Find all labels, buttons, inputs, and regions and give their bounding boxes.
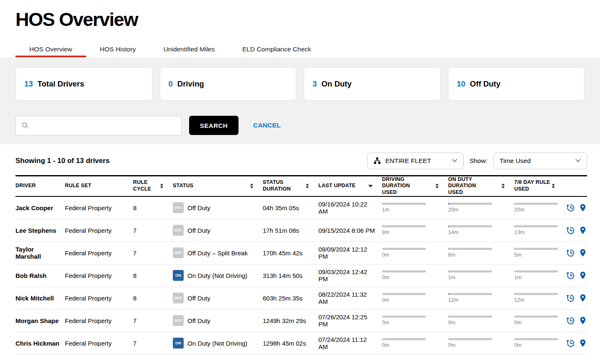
- column-header-label: DRIVING DURATION USED: [382, 176, 425, 196]
- show-label: Show:: [469, 157, 487, 165]
- hos-history-icon[interactable]: [566, 316, 575, 325]
- column-header-last-update[interactable]: LAST UPDATE: [318, 176, 382, 196]
- day-rule-label: 0m: [514, 320, 559, 326]
- status-duration: 170h 45m 42s: [263, 249, 318, 257]
- rule-set: Federal Property: [65, 317, 133, 324]
- table-toolbar: Showing 1 - 10 of 13 drivers ENTIRE FLEE…: [0, 153, 600, 169]
- status-duration: 1249h 32m 29s: [263, 317, 318, 324]
- last-update: 07/26/2024 12:25 PM: [318, 313, 382, 328]
- status-cell: OFF Off Duty: [173, 225, 263, 236]
- tab-label: ELD Compliance Check: [242, 46, 311, 53]
- location-pin-icon[interactable]: [579, 339, 587, 347]
- driving-duration-bar: [382, 203, 426, 205]
- table-header: DRIVER RULE SET RULE CYCLE STATUS: [15, 175, 587, 197]
- location-pin-icon[interactable]: [579, 294, 587, 302]
- rule-set: Federal Property: [65, 340, 133, 347]
- summary-card-off-duty[interactable]: 10 Off Duty: [448, 67, 585, 101]
- toolbar-right: ENTIRE FLEET Show: Time Used: [367, 153, 587, 169]
- row-actions: [564, 204, 587, 212]
- tab-hos-history[interactable]: HOS History: [86, 41, 150, 57]
- status-cell: OFF Off Duty – Split Break: [173, 247, 263, 258]
- summary-cards: 13 Total Drivers 0 Driving 3 On Duty 10 …: [15, 67, 587, 101]
- summary-card-on-duty[interactable]: 3 On Duty: [304, 67, 441, 101]
- on-duty-duration-bar: [448, 248, 492, 250]
- cancel-link[interactable]: CANCEL: [253, 122, 281, 129]
- hos-history-icon[interactable]: [566, 271, 575, 280]
- driving-duration-label: 0m: [382, 320, 443, 326]
- summary-card-total-drivers[interactable]: 13 Total Drivers: [15, 67, 152, 101]
- day-rule-cell: 20m: [514, 203, 564, 213]
- status-duration: 603h 25m 35s: [263, 295, 318, 302]
- driving-duration-cell: 0m: [382, 293, 448, 303]
- rule-cycle: 7: [133, 317, 173, 324]
- column-header-7-8-day-rule-used[interactable]: 7/8 DAY RULE USED: [514, 176, 564, 196]
- location-pin-icon[interactable]: [579, 271, 587, 280]
- chevron-down-icon: [452, 159, 457, 163]
- sort-icon: [250, 183, 254, 188]
- status-badge: OFF: [173, 202, 184, 213]
- driving-duration-cell: 0m: [382, 248, 448, 258]
- driver-name: Morgan Shape: [15, 317, 65, 324]
- status-cell: ON On Duty (Not Driving): [173, 338, 263, 349]
- search-icon: [21, 122, 29, 129]
- column-header-rule-cycle[interactable]: RULE CYCLE: [133, 176, 173, 196]
- hos-history-icon[interactable]: [566, 294, 575, 303]
- rule-set: Federal Property: [65, 272, 133, 279]
- hos-history-icon[interactable]: [566, 204, 575, 212]
- driving-duration-bar: [382, 248, 426, 250]
- status-cell: OFF Off Duty: [173, 315, 263, 326]
- location-pin-icon[interactable]: [579, 249, 587, 257]
- tab-unidentified-miles[interactable]: Unidentified Miles: [150, 41, 228, 57]
- status-badge: OFF: [173, 247, 184, 258]
- driving-duration-cell: 0m: [382, 270, 448, 280]
- table-row: Bob Ralsh Federal Property 8 ON On Duty …: [15, 265, 587, 287]
- fleet-selector-dropdown[interactable]: ENTIRE FLEET: [367, 153, 464, 169]
- on-duty-duration-bar: [448, 203, 492, 205]
- day-rule-label: 0m: [514, 342, 559, 348]
- day-rule-bar: [514, 293, 558, 295]
- column-header-label: RULE CYCLE: [133, 179, 160, 192]
- on-duty-duration-label: 12m: [448, 297, 509, 303]
- driving-duration-bar: [382, 225, 426, 227]
- sort-icon: [551, 183, 555, 188]
- on-duty-duration-cell: 0m: [448, 316, 514, 326]
- rule-set: Federal Property: [65, 295, 133, 302]
- hos-history-icon[interactable]: [566, 226, 575, 235]
- on-duty-duration-bar: [448, 293, 492, 295]
- table-row: Taylor Marshall Federal Property 7 OFF O…: [15, 242, 587, 265]
- column-header-on-duty-duration-used[interactable]: ON DUTY DURATION USED: [448, 176, 514, 196]
- hos-history-icon[interactable]: [566, 249, 575, 257]
- column-header-status[interactable]: STATUS: [173, 176, 263, 196]
- summary-card-driving[interactable]: 0 Driving: [160, 67, 297, 101]
- hos-history-icon[interactable]: [566, 339, 575, 348]
- status-badge: OFF: [173, 225, 184, 236]
- summary-card-label: On Duty: [321, 79, 351, 89]
- on-duty-duration-cell: 6m: [448, 248, 514, 258]
- location-pin-icon[interactable]: [579, 204, 587, 212]
- tab-eld-compliance-check[interactable]: ELD Compliance Check: [228, 41, 325, 57]
- rule-set: Federal Property: [65, 227, 133, 234]
- location-pin-icon[interactable]: [579, 226, 587, 234]
- status-label: Off Duty: [187, 204, 210, 211]
- status-label: Off Duty: [187, 317, 210, 324]
- table-row: Morgan Shape Federal Property 7 OFF Off …: [15, 310, 587, 332]
- column-header-driving-duration-used[interactable]: DRIVING DURATION USED: [382, 176, 448, 196]
- table-row: Nick Mitchell Federal Property 8 OFF Off…: [15, 287, 587, 310]
- column-header-rule-set: RULE SET: [65, 176, 133, 196]
- show-dropdown-value: Time Used: [500, 157, 531, 165]
- rule-cycle: 8: [133, 272, 173, 279]
- status-cell: ON On Duty (Not Driving): [173, 270, 263, 281]
- column-header-status-duration[interactable]: STATUS DURATION: [263, 176, 318, 196]
- day-rule-label: 1m: [514, 275, 559, 280]
- location-pin-icon[interactable]: [579, 316, 587, 325]
- rule-set: Federal Property: [65, 204, 133, 211]
- tab-hos-overview[interactable]: HOS Overview: [15, 41, 86, 57]
- show-dropdown[interactable]: Time Used: [493, 153, 587, 169]
- last-update: 09/09/2024 12:12 PM: [318, 246, 382, 260]
- rule-cycle: 7: [133, 249, 173, 257]
- status-label: On Duty (Not Driving): [187, 272, 247, 279]
- table-body: Jack Cooper Federal Property 8 OFF Off D…: [15, 197, 587, 355]
- status-badge: ON: [173, 338, 184, 349]
- search-input[interactable]: [33, 116, 176, 135]
- search-button[interactable]: SEARCH: [189, 116, 238, 135]
